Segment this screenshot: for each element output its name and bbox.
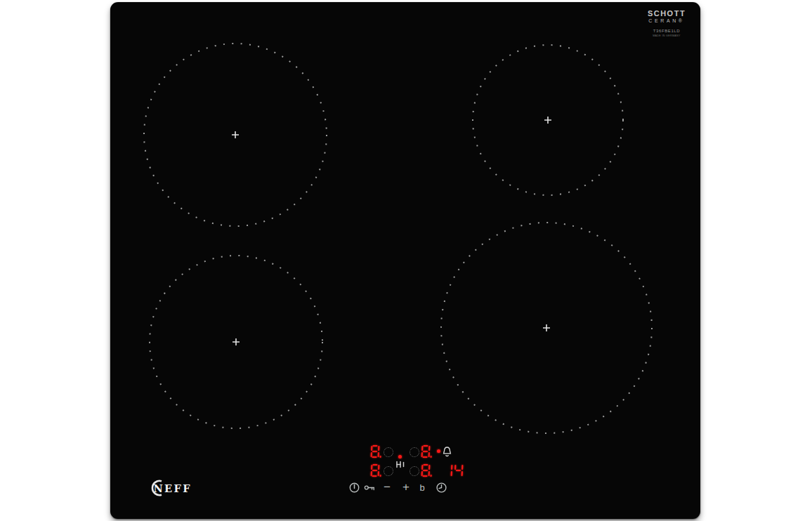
schott-ceran-logo: SCHOTT CERAN® T36FBE1LD MADE IN GERMANY xyxy=(642,9,691,37)
product-photo: SCHOTT CERAN® T36FBE1LD MADE IN GERMANY … xyxy=(0,0,812,521)
model-subline: MADE IN GERMANY xyxy=(645,34,689,37)
neff-logo-eff: EFF xyxy=(164,482,192,494)
zone-indicator-ring xyxy=(384,466,393,476)
power-button[interactable] xyxy=(348,481,360,494)
ceran-logo-text: CERAN® xyxy=(642,18,691,24)
timer-alarm-led xyxy=(437,449,440,453)
display-back-right xyxy=(421,445,432,458)
model-number: T36FBE1LD xyxy=(642,29,691,34)
neff-logo-n: N xyxy=(154,482,163,494)
display-front-right xyxy=(421,464,432,477)
boost-label: b xyxy=(419,482,424,493)
zone-centre-cross xyxy=(232,131,239,138)
boost-button[interactable]: b xyxy=(416,481,428,494)
zone-indicator-ring xyxy=(384,447,393,457)
plus-label: + xyxy=(402,481,410,494)
neff-logo: N EFF xyxy=(148,477,193,499)
minus-label: − xyxy=(384,481,391,494)
display-front-left xyxy=(371,464,381,477)
zone-indicator-ring xyxy=(410,466,419,476)
control-panel: − + b xyxy=(342,441,483,504)
timer-display xyxy=(444,464,465,477)
plus-button[interactable]: + xyxy=(400,481,412,494)
h-bar-indicator-icon xyxy=(395,459,406,471)
timer-alarm-bell-icon xyxy=(442,446,452,461)
induction-hob: SCHOTT CERAN® T36FBE1LD MADE IN GERMANY … xyxy=(110,2,700,519)
zone-centre-cross xyxy=(544,117,551,124)
schott-logo-text: SCHOTT xyxy=(642,9,691,18)
minus-button[interactable]: − xyxy=(381,481,393,494)
zone-centre-cross xyxy=(233,338,240,345)
zone-indicator-ring xyxy=(410,447,419,457)
timer-button[interactable] xyxy=(435,481,447,494)
key-lock-button[interactable] xyxy=(364,481,376,494)
display-back-left xyxy=(371,445,381,458)
zone-centre-cross xyxy=(543,324,550,331)
